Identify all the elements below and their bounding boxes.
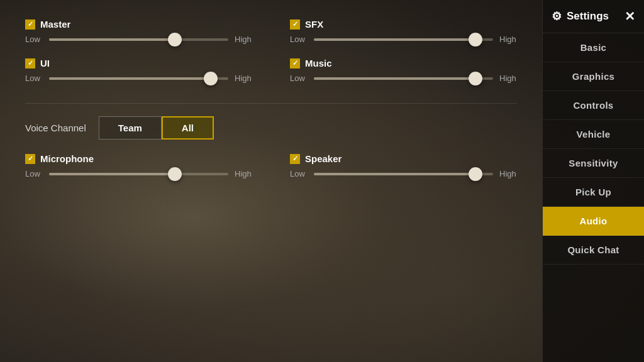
- microphone-thumb[interactable]: [168, 167, 182, 181]
- master-low: Low: [25, 35, 43, 44]
- music-low: Low: [290, 74, 308, 83]
- sidebar-item-sensitivity[interactable]: Sensitivity: [543, 149, 644, 178]
- sfx-high: High: [499, 35, 517, 44]
- speaker-fill: [314, 173, 475, 175]
- music-checkbox[interactable]: [290, 58, 300, 69]
- voice-channel-all-button[interactable]: All: [162, 116, 214, 140]
- ui-label: UI: [40, 58, 50, 69]
- master-label-row: Master: [25, 19, 252, 30]
- speaker-thumb[interactable]: [469, 167, 482, 181]
- music-label: Music: [305, 58, 332, 69]
- voice-channel-buttons: Team All: [99, 116, 214, 140]
- microphone-fill: [49, 173, 175, 175]
- sfx-thumb[interactable]: [469, 33, 482, 47]
- sfx-label: SFX: [305, 19, 323, 30]
- sfx-slider-row: Low High: [290, 35, 517, 44]
- sfx-low: Low: [290, 35, 308, 44]
- music-high: High: [499, 74, 517, 83]
- ui-high: High: [235, 74, 252, 83]
- microphone-checkbox[interactable]: [25, 154, 35, 164]
- ui-low: Low: [25, 74, 43, 83]
- ui-checkbox[interactable]: [25, 58, 35, 69]
- ui-label-row: UI: [25, 58, 252, 69]
- ui-track[interactable]: [49, 77, 228, 80]
- top-sliders-grid: Master Low High SFX Low: [25, 19, 517, 97]
- device-sliders-grid: Microphone Low High Speaker Low: [25, 153, 517, 192]
- sidebar-item-basic[interactable]: Basic: [543, 33, 644, 62]
- microphone-low: Low: [25, 169, 43, 178]
- main-content: Master Low High SFX Low: [0, 0, 542, 362]
- sidebar-item-quickchat[interactable]: Quick Chat: [543, 236, 644, 265]
- divider: [25, 103, 517, 104]
- master-thumb[interactable]: [168, 33, 182, 47]
- microphone-high: High: [235, 169, 252, 178]
- microphone-label: Microphone: [40, 153, 94, 164]
- speaker-low: Low: [290, 169, 308, 178]
- settings-title-label: Settings: [567, 10, 609, 23]
- sfx-track[interactable]: [314, 38, 493, 41]
- music-fill: [314, 77, 475, 80]
- voice-channel-label: Voice Channel: [25, 123, 86, 133]
- ui-thumb[interactable]: [204, 72, 218, 85]
- speaker-track[interactable]: [314, 173, 493, 175]
- voice-channel-team-button[interactable]: Team: [99, 116, 162, 140]
- master-checkbox[interactable]: [25, 19, 35, 30]
- sidebar-item-audio[interactable]: Audio: [543, 207, 644, 236]
- speaker-checkbox[interactable]: [290, 154, 300, 164]
- music-slider-row: Low High: [290, 74, 517, 83]
- microphone-label-row: Microphone: [25, 153, 252, 164]
- music-track[interactable]: [314, 77, 493, 80]
- music-block: Music Low High: [290, 58, 517, 83]
- speaker-label: Speaker: [305, 153, 341, 164]
- sidebar-item-pickup[interactable]: Pick Up: [543, 178, 644, 207]
- ui-slider-row: Low High: [25, 74, 252, 83]
- ui-fill: [49, 77, 211, 80]
- master-slider-row: Low High: [25, 35, 252, 44]
- master-track[interactable]: [49, 38, 228, 41]
- sfx-checkbox[interactable]: [290, 19, 300, 30]
- gear-icon: ⚙: [552, 9, 562, 23]
- microphone-slider-row: Low High: [25, 169, 252, 178]
- music-thumb[interactable]: [469, 72, 482, 85]
- speaker-slider-row: Low High: [290, 169, 517, 178]
- sidebar-header: ⚙ Settings ✕: [543, 0, 644, 33]
- master-high: High: [235, 35, 252, 44]
- sidebar-nav: Basic Graphics Controls Vehicle Sensitiv…: [543, 33, 644, 362]
- sfx-label-row: SFX: [290, 19, 517, 30]
- microphone-track[interactable]: [49, 173, 228, 175]
- ui-block: UI Low High: [25, 58, 252, 83]
- sidebar-item-graphics[interactable]: Graphics: [543, 62, 644, 91]
- voice-channel-section: Voice Channel Team All: [25, 116, 517, 140]
- sidebar: ⚙ Settings ✕ Basic Graphics Controls Veh…: [542, 0, 644, 362]
- close-icon[interactable]: ✕: [625, 9, 635, 24]
- sidebar-item-vehicle[interactable]: Vehicle: [543, 120, 644, 149]
- sfx-block: SFX Low High: [290, 19, 517, 44]
- microphone-block: Microphone Low High: [25, 153, 252, 178]
- speaker-high: High: [499, 169, 517, 178]
- speaker-block: Speaker Low High: [290, 153, 517, 178]
- sidebar-item-controls[interactable]: Controls: [543, 91, 644, 120]
- master-label: Master: [40, 19, 70, 30]
- sidebar-title: ⚙ Settings: [552, 9, 609, 23]
- speaker-label-row: Speaker: [290, 153, 517, 164]
- sfx-fill: [314, 38, 475, 41]
- master-block: Master Low High: [25, 19, 252, 44]
- master-fill: [49, 38, 175, 41]
- music-label-row: Music: [290, 58, 517, 69]
